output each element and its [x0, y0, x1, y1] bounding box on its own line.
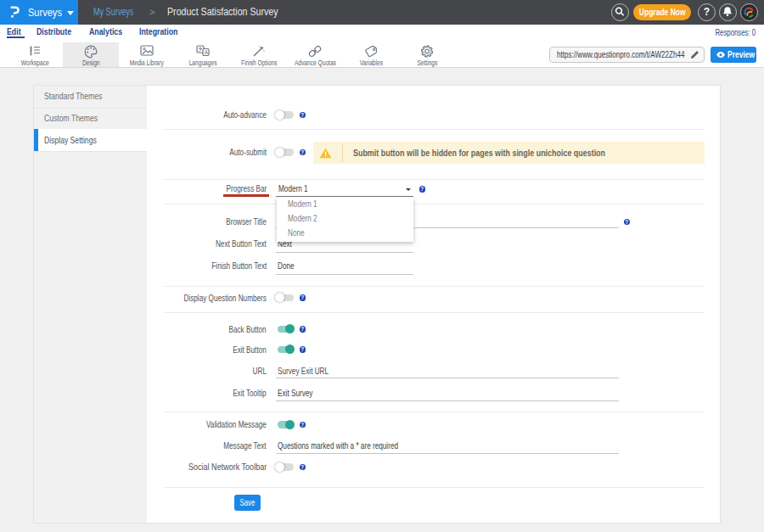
svg-text:A: A [205, 49, 209, 55]
